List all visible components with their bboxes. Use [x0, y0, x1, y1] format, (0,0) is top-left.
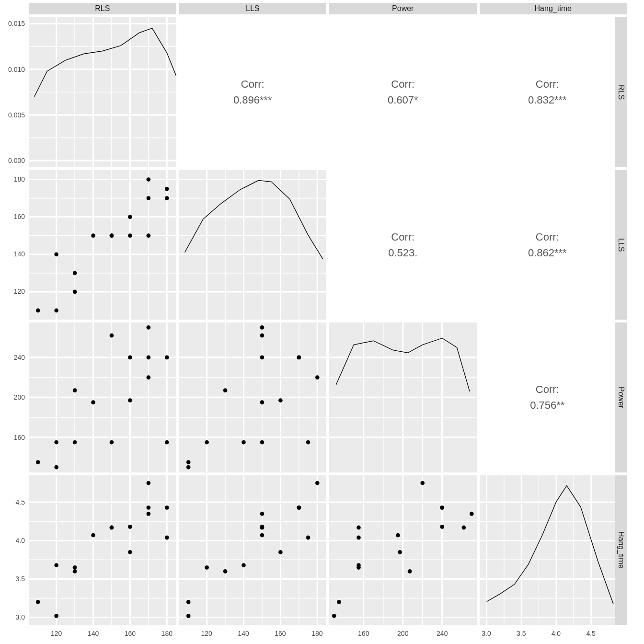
- svg-point-205: [356, 535, 361, 540]
- corr-LLS-Power: Corr: 0.523.: [329, 170, 477, 320]
- svg-point-83: [165, 440, 169, 445]
- corr-value: 0.896***: [233, 92, 272, 108]
- svg-point-103: [260, 334, 264, 338]
- svg-point-102: [260, 440, 264, 445]
- svg-point-105: [278, 398, 283, 402]
- svg-point-96: [186, 460, 190, 464]
- svg-point-199: [440, 524, 444, 529]
- svg-point-98: [242, 440, 246, 445]
- svg-point-200: [398, 550, 402, 554]
- row-strip-Power: Power: [615, 322, 627, 472]
- svg-point-147: [147, 481, 151, 485]
- svg-point-36: [128, 233, 132, 238]
- svg-point-165: [186, 613, 190, 618]
- scatter-Hang_time-vs-RLS: [29, 475, 176, 625]
- svg-point-74: [91, 400, 95, 404]
- svg-point-81: [147, 375, 151, 380]
- row-strip-RLS: RLS: [615, 17, 627, 167]
- corr-label: Corr:: [536, 381, 559, 397]
- svg-point-197: [356, 525, 361, 529]
- x-tick-label: 3.0: [482, 630, 491, 637]
- svg-point-144: [128, 550, 132, 554]
- x-tick-label: 120: [201, 630, 212, 637]
- svg-point-97: [186, 465, 190, 470]
- svg-point-194: [356, 565, 361, 569]
- svg-point-203: [420, 481, 425, 485]
- corr-label: Corr:: [536, 229, 559, 245]
- svg-point-196: [396, 533, 400, 537]
- row-strip-Hang_time: Hang_time: [615, 475, 627, 625]
- svg-point-204: [440, 505, 444, 509]
- corr-value: 0.832***: [528, 92, 567, 108]
- corr-label: Corr:: [391, 76, 414, 92]
- svg-point-35: [110, 233, 114, 238]
- y-tick-label: 160: [0, 434, 25, 441]
- svg-point-145: [147, 511, 151, 516]
- svg-point-172: [260, 524, 264, 529]
- svg-point-82: [165, 356, 169, 360]
- x-tick-label: 3.5: [517, 630, 526, 637]
- svg-point-135: [36, 600, 40, 604]
- y-tick-label: 240: [0, 354, 25, 361]
- svg-point-38: [147, 233, 151, 238]
- y-tick-label: 140: [0, 250, 25, 258]
- svg-point-137: [54, 563, 58, 567]
- svg-point-143: [128, 524, 132, 529]
- svg-point-201: [470, 511, 474, 516]
- x-tick-label: 4.0: [552, 630, 561, 637]
- svg-point-28: [36, 308, 40, 312]
- svg-point-30: [54, 252, 58, 256]
- svg-point-40: [147, 177, 151, 182]
- svg-point-148: [165, 505, 169, 509]
- y-tick-label: 0.000: [0, 157, 25, 164]
- svg-point-139: [73, 569, 77, 573]
- svg-point-39: [147, 196, 151, 200]
- col-strip-LLS: LLS: [179, 3, 327, 14]
- svg-point-70: [54, 465, 58, 470]
- svg-point-77: [128, 356, 132, 360]
- svg-point-100: [223, 388, 227, 392]
- svg-point-78: [128, 398, 132, 402]
- x-tick-label: 240: [437, 630, 448, 637]
- svg-point-108: [315, 375, 319, 380]
- svg-point-101: [260, 400, 264, 404]
- svg-point-173: [278, 550, 283, 554]
- svg-point-37: [128, 215, 132, 219]
- density-Power: [329, 322, 477, 472]
- scatter-LLS-vs-RLS: [29, 170, 176, 320]
- svg-point-76: [110, 334, 114, 338]
- col-strip-RLS: RLS: [29, 3, 176, 14]
- svg-point-195: [408, 569, 412, 573]
- y-tick-label: 200: [0, 393, 25, 401]
- svg-point-109: [297, 356, 301, 360]
- svg-point-176: [315, 481, 319, 485]
- svg-point-174: [260, 511, 264, 516]
- svg-point-75: [110, 440, 114, 445]
- svg-point-192: [332, 613, 336, 618]
- scatter-Power-vs-LLS: [179, 322, 327, 472]
- svg-point-104: [260, 356, 264, 360]
- density-RLS: [29, 17, 176, 167]
- svg-point-72: [73, 440, 77, 445]
- svg-point-149: [165, 535, 169, 540]
- x-tick-label: 140: [88, 630, 99, 637]
- row-strip-LLS: LLS: [615, 170, 627, 320]
- svg-point-110: [306, 440, 310, 445]
- scatter-Hang_time-vs-Power: [329, 475, 477, 625]
- x-tick-label: 160: [125, 630, 136, 637]
- svg-point-71: [54, 440, 58, 445]
- svg-point-166: [242, 563, 246, 567]
- corr-value: 0.862***: [528, 245, 567, 261]
- corr-LLS-Hang_time: Corr: 0.862***: [480, 170, 616, 320]
- svg-point-178: [306, 535, 310, 540]
- svg-point-198: [462, 525, 466, 529]
- svg-point-168: [223, 569, 227, 573]
- y-tick-label: 0.015: [0, 20, 25, 27]
- svg-point-164: [186, 600, 190, 604]
- y-tick-label: 0.010: [0, 66, 25, 73]
- x-tick-label: 140: [238, 630, 249, 637]
- svg-point-29: [54, 308, 58, 312]
- y-tick-label: 180: [0, 175, 25, 183]
- svg-point-146: [147, 505, 151, 509]
- x-tick-label: 200: [397, 630, 408, 637]
